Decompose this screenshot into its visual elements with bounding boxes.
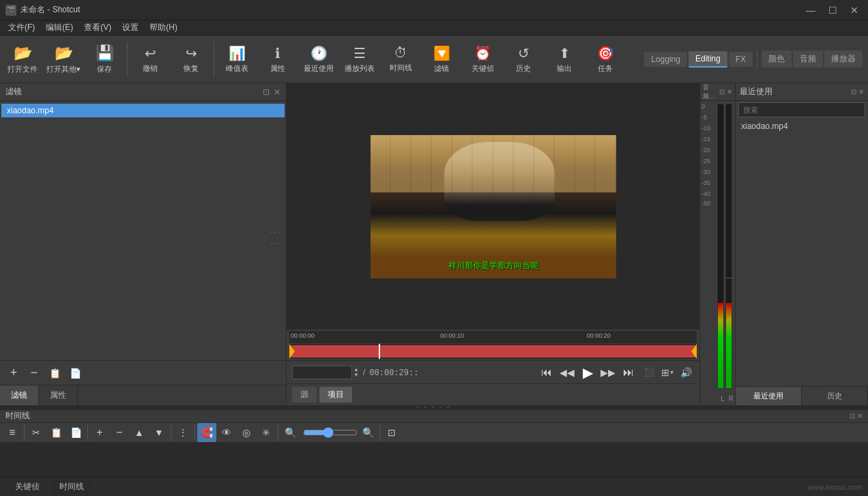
- mode-tab-logging[interactable]: Logging: [644, 52, 687, 67]
- keyframes-label: 关键侦: [472, 63, 494, 74]
- zoom-slider-container: [303, 427, 358, 438]
- redo-button[interactable]: ↪ 恢复: [171, 38, 211, 81]
- scale-30: -30: [701, 169, 710, 175]
- tl-zoom-fit-button[interactable]: ⊡: [382, 423, 401, 442]
- timeline-button[interactable]: ⏱ 时间线: [381, 38, 420, 81]
- tab-project[interactable]: 项目: [319, 387, 352, 403]
- export-button[interactable]: ⬆ 输出: [545, 38, 584, 81]
- tl-remove-button[interactable]: −: [110, 423, 129, 442]
- recent-button[interactable]: 🕐 最近使用: [299, 38, 338, 81]
- timeline-playhead[interactable]: [379, 344, 380, 359]
- mode-tab-fx[interactable]: FX: [729, 52, 753, 67]
- go-end-button[interactable]: ⏭: [620, 364, 637, 381]
- tl-add-button[interactable]: +: [90, 423, 109, 442]
- next-frame-button[interactable]: ▶▶: [600, 364, 616, 381]
- filter-paste-button[interactable]: 📄: [67, 365, 83, 381]
- zoom-slider[interactable]: [303, 427, 358, 438]
- filter-list-item[interactable]: xiaodao.mp4: [1, 104, 285, 117]
- menu-help[interactable]: 帮助(H): [144, 20, 183, 35]
- filters-button[interactable]: 🔽 滤镜: [422, 38, 461, 81]
- tl-ripple-all-button[interactable]: ◎: [237, 423, 256, 442]
- save-icon: 💾: [96, 44, 114, 62]
- recent-close-icon[interactable]: ✕: [858, 88, 864, 96]
- tab-properties[interactable]: 属性: [39, 385, 78, 405]
- timecode-input[interactable]: 00:00:06:02: [292, 366, 352, 379]
- tl-overwrite-button[interactable]: ▼: [149, 423, 169, 442]
- meter-right: [725, 104, 732, 389]
- tl-ripple-button[interactable]: 👁: [217, 423, 236, 442]
- prev-frame-button[interactable]: ◀◀: [559, 364, 575, 381]
- search-input[interactable]: [738, 102, 865, 117]
- tab-history[interactable]: 历史: [802, 387, 868, 405]
- timeline-float-icon[interactable]: ⊡: [850, 412, 855, 420]
- ruler-time-10: 00:00:10: [440, 332, 464, 339]
- menu-edit[interactable]: 编辑(E): [40, 20, 78, 35]
- recent-float-icon[interactable]: ⊡: [851, 88, 856, 96]
- audio-float-icon[interactable]: ⊡: [719, 88, 725, 96]
- scale-15: -15: [701, 136, 710, 143]
- watermark: www.xwcuc.com: [807, 483, 863, 491]
- filter-remove-button[interactable]: −: [26, 365, 42, 381]
- jobs-button[interactable]: 🎯 任务: [585, 38, 625, 81]
- maximize-button[interactable]: ☐: [824, 2, 841, 18]
- minimize-button[interactable]: —: [802, 2, 819, 18]
- bottom-section: 时间线 ⊡ ✕ ≡ ✂ 📋 📄 + − ▲ ▼ ⋮ 🧲 👁 ◎ ✳: [0, 409, 868, 477]
- filter-copy-button[interactable]: 📋: [46, 365, 63, 381]
- tl-lift-button[interactable]: ▲: [130, 423, 149, 442]
- tl-split-button[interactable]: ⋮: [173, 423, 192, 442]
- menubar: 文件(F) 编辑(E) 查看(V) 设置 帮助(H): [0, 20, 868, 35]
- undo-button[interactable]: ↩ 撤销: [130, 38, 170, 81]
- tl-snap-button[interactable]: 🧲: [197, 423, 216, 442]
- playlist-button[interactable]: ☰ 播放列表: [340, 38, 379, 81]
- open-other-button[interactable]: 📂 打开其他▾: [44, 38, 83, 81]
- tl-mix-button[interactable]: ✳: [257, 423, 276, 442]
- preview-tabs: 源 项目: [287, 383, 699, 405]
- tab-timeline[interactable]: 时间线: [50, 478, 94, 495]
- timecode-up-btn[interactable]: ▲▼: [353, 367, 359, 378]
- menu-settings[interactable]: 设置: [117, 20, 144, 35]
- mode-tab-editing[interactable]: Editing: [689, 51, 727, 68]
- properties-button[interactable]: ℹ 属性: [258, 38, 298, 81]
- toolbar-separator-1: [127, 42, 128, 76]
- audio-close-icon[interactable]: ✕: [727, 88, 732, 96]
- tl-paste-button[interactable]: 📄: [66, 423, 85, 442]
- tab-filters[interactable]: 滤镜: [0, 385, 39, 405]
- tl-cut-button[interactable]: ✂: [27, 423, 46, 442]
- keyframes-button[interactable]: ⏰ 关键侦: [463, 38, 502, 81]
- sub-tab-color[interactable]: 颜色: [762, 50, 792, 68]
- player-controls: 00:00:06:02 ▲▼ / 00:00:29:: ⏮ ◀◀ ▶ ▶▶ ⏭ …: [287, 360, 699, 383]
- menu-file[interactable]: 文件(F): [3, 20, 40, 35]
- go-start-button[interactable]: ⏮: [538, 364, 555, 381]
- sub-tab-player[interactable]: 播放器: [824, 50, 863, 68]
- redo-label: 恢复: [184, 63, 199, 74]
- tl-zoom-out-button[interactable]: 🔍: [280, 423, 300, 442]
- tab-source[interactable]: 源: [292, 387, 317, 403]
- tl-zoom-in-button[interactable]: 🔍: [358, 423, 377, 442]
- bottom-statusbar: 关键侦 时间线 www.xwcuc.com: [0, 477, 868, 496]
- close-button[interactable]: ✕: [846, 2, 863, 18]
- timeline-content: [0, 443, 868, 477]
- filters-float-icon[interactable]: ⊡: [263, 87, 270, 97]
- play-button[interactable]: ▶: [579, 364, 596, 381]
- menu-view[interactable]: 查看(V): [78, 20, 117, 35]
- tab-keyframes[interactable]: 关键侦: [5, 478, 50, 495]
- filters-close-icon[interactable]: ✕: [274, 87, 280, 97]
- open-file-button[interactable]: 📂 打开文件: [3, 38, 42, 81]
- properties-label: 属性: [270, 63, 285, 74]
- peaks-button[interactable]: 📊 峰值表: [217, 38, 257, 81]
- tl-copy-button[interactable]: 📋: [46, 423, 66, 442]
- tab-recently-used[interactable]: 最近使用: [736, 387, 802, 405]
- open-other-label: 打开其他▾: [46, 64, 81, 74]
- save-button[interactable]: 💾 保存: [85, 38, 124, 81]
- timeline-close-icon[interactable]: ✕: [857, 412, 863, 420]
- filters-label: 滤镜: [434, 63, 449, 74]
- grid-menu-button[interactable]: ⊞ ▾: [661, 367, 674, 378]
- tl-menu-button[interactable]: ≡: [3, 423, 22, 442]
- mark-button[interactable]: ⬛: [641, 364, 657, 381]
- filter-add-button[interactable]: +: [5, 365, 22, 381]
- bottom-tab-group: 关键侦 时间线: [5, 478, 94, 495]
- sub-tab-audio[interactable]: 音频: [793, 50, 823, 68]
- recently-used-item[interactable]: xiaodao.mp4: [736, 119, 868, 134]
- audio-button[interactable]: 🔊: [678, 364, 694, 381]
- history-button[interactable]: ↺ 历史: [504, 38, 543, 81]
